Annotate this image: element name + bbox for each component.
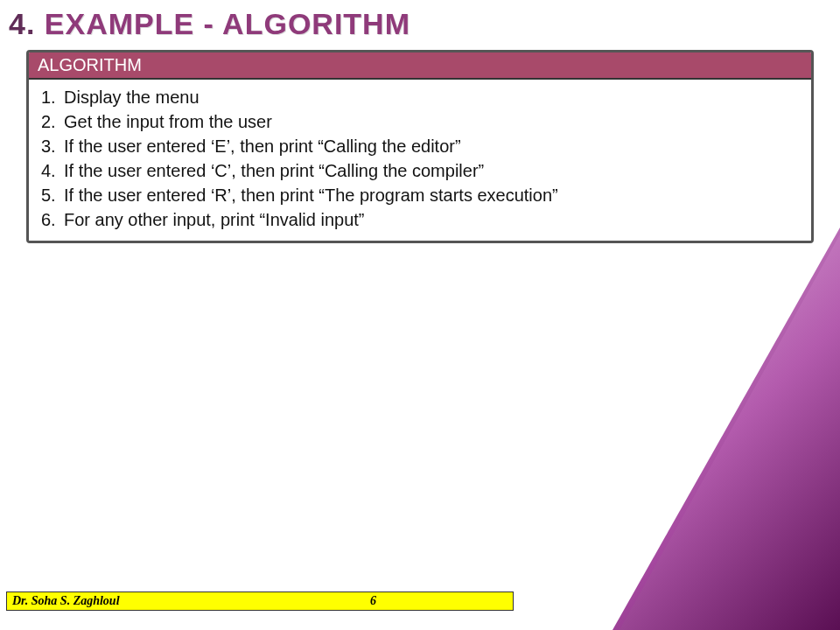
item-number: 1.	[41, 85, 64, 109]
list-item: 5. If the user entered ‘R’, then print “…	[41, 183, 799, 207]
corner-decoration-inner	[620, 234, 840, 630]
item-number: 2.	[41, 109, 64, 134]
list-item: 6. For any other input, print “Invalid i…	[41, 207, 799, 232]
footer-bar: Dr. Soha S. Zaghloul 6	[6, 592, 514, 611]
footer-page-number: 6	[370, 594, 376, 608]
item-text: Get the input from the user	[64, 109, 272, 134]
item-text: If the user entered ‘E’, then print “Cal…	[64, 134, 461, 158]
list-item: 3. If the user entered ‘E’, then print “…	[41, 134, 799, 158]
footer-author: Dr. Soha S. Zaghloul	[7, 594, 120, 608]
corner-decoration	[612, 228, 840, 630]
slide-title: 4. Example - Algorithm	[0, 0, 840, 41]
box-header: ALGORITHM	[29, 52, 811, 78]
item-number: 4.	[41, 158, 64, 183]
list-item: 4. If the user entered ‘C’, then print “…	[41, 158, 799, 183]
item-number: 3.	[41, 134, 64, 158]
list-item: 1. Display the menu	[41, 85, 799, 109]
algorithm-box: ALGORITHM 1. Display the menu 2. Get the…	[26, 50, 814, 243]
item-text: For any other input, print “Invalid inpu…	[64, 207, 365, 232]
title-number: 4.	[9, 7, 35, 40]
item-text: If the user entered ‘R’, then print “The…	[64, 183, 558, 207]
item-number: 5.	[41, 183, 64, 207]
list-item: 2. Get the input from the user	[41, 109, 799, 134]
box-body: 1. Display the menu 2. Get the input fro…	[29, 78, 811, 241]
title-text: Example - Algorithm	[45, 7, 410, 40]
item-text: If the user entered ‘C’, then print “Cal…	[64, 158, 484, 183]
item-number: 6.	[41, 207, 64, 232]
item-text: Display the menu	[64, 85, 200, 109]
